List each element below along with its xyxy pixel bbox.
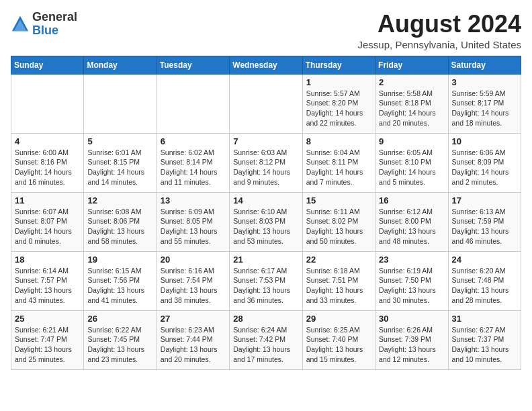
calendar-cell: 6Sunrise: 6:02 AMSunset: 8:14 PMDaylight… bbox=[157, 133, 229, 192]
day-number: 4 bbox=[15, 136, 80, 146]
day-info: Sunrise: 6:17 AMSunset: 7:53 PMDaylight:… bbox=[233, 266, 298, 306]
calendar-cell: 22Sunrise: 6:18 AMSunset: 7:51 PMDayligh… bbox=[302, 251, 375, 310]
logo: General Blue bbox=[11, 11, 77, 38]
col-header-friday: Friday bbox=[375, 56, 448, 74]
calendar-cell: 15Sunrise: 6:11 AMSunset: 8:02 PMDayligh… bbox=[302, 192, 375, 251]
calendar-cell: 13Sunrise: 6:09 AMSunset: 8:05 PMDayligh… bbox=[157, 192, 229, 251]
day-info: Sunrise: 6:20 AMSunset: 7:48 PMDaylight:… bbox=[452, 266, 517, 306]
col-header-saturday: Saturday bbox=[448, 56, 521, 74]
day-info: Sunrise: 6:01 AMSunset: 8:15 PMDaylight:… bbox=[87, 148, 152, 187]
day-info: Sunrise: 6:04 AMSunset: 8:11 PMDaylight:… bbox=[306, 148, 371, 187]
calendar-cell: 28Sunrise: 6:24 AMSunset: 7:42 PMDayligh… bbox=[230, 310, 302, 369]
day-number: 11 bbox=[15, 195, 80, 205]
day-number: 10 bbox=[452, 136, 517, 146]
calendar-cell: 27Sunrise: 6:23 AMSunset: 7:44 PMDayligh… bbox=[157, 310, 229, 369]
title-block: August 2024 Jessup, Pennsylvania, United… bbox=[358, 11, 521, 50]
calendar-cell: 24Sunrise: 6:20 AMSunset: 7:48 PMDayligh… bbox=[448, 251, 521, 310]
day-info: Sunrise: 6:06 AMSunset: 8:09 PMDaylight:… bbox=[452, 148, 517, 187]
calendar-cell: 14Sunrise: 6:10 AMSunset: 8:03 PMDayligh… bbox=[230, 192, 302, 251]
day-number: 19 bbox=[87, 255, 152, 265]
day-number: 7 bbox=[233, 136, 298, 146]
calendar-header-row: SundayMondayTuesdayWednesdayThursdayFrid… bbox=[11, 56, 521, 74]
day-info: Sunrise: 6:26 AMSunset: 7:39 PMDaylight:… bbox=[379, 325, 444, 365]
calendar-cell: 3Sunrise: 5:59 AMSunset: 8:17 PMDaylight… bbox=[448, 74, 521, 133]
calendar-cell bbox=[157, 74, 229, 133]
calendar-week-row: 1Sunrise: 5:57 AMSunset: 8:20 PMDaylight… bbox=[11, 74, 521, 133]
calendar-cell: 4Sunrise: 6:00 AMSunset: 8:16 PMDaylight… bbox=[11, 133, 84, 192]
calendar-cell: 9Sunrise: 6:05 AMSunset: 8:10 PMDaylight… bbox=[375, 133, 448, 192]
logo-general-text: General bbox=[32, 10, 77, 24]
day-info: Sunrise: 6:00 AMSunset: 8:16 PMDaylight:… bbox=[15, 148, 80, 187]
col-header-sunday: Sunday bbox=[11, 56, 84, 74]
day-number: 26 bbox=[87, 314, 152, 324]
calendar-cell: 23Sunrise: 6:19 AMSunset: 7:50 PMDayligh… bbox=[375, 251, 448, 310]
day-info: Sunrise: 5:58 AMSunset: 8:18 PMDaylight:… bbox=[379, 89, 444, 128]
calendar-cell bbox=[11, 74, 84, 133]
day-number: 16 bbox=[379, 195, 444, 205]
day-info: Sunrise: 6:12 AMSunset: 8:00 PMDaylight:… bbox=[379, 207, 444, 246]
day-info: Sunrise: 6:27 AMSunset: 7:37 PMDaylight:… bbox=[452, 325, 517, 365]
calendar-cell: 5Sunrise: 6:01 AMSunset: 8:15 PMDaylight… bbox=[84, 133, 157, 192]
day-info: Sunrise: 6:05 AMSunset: 8:10 PMDaylight:… bbox=[379, 148, 444, 187]
col-header-monday: Monday bbox=[84, 56, 157, 74]
calendar-cell: 8Sunrise: 6:04 AMSunset: 8:11 PMDaylight… bbox=[302, 133, 375, 192]
day-number: 25 bbox=[15, 314, 80, 324]
col-header-tuesday: Tuesday bbox=[157, 56, 229, 74]
page-header: General Blue August 2024 Jessup, Pennsyl… bbox=[11, 11, 521, 50]
calendar-cell: 11Sunrise: 6:07 AMSunset: 8:07 PMDayligh… bbox=[11, 192, 84, 251]
day-info: Sunrise: 6:19 AMSunset: 7:50 PMDaylight:… bbox=[379, 266, 444, 306]
day-number: 3 bbox=[452, 77, 517, 87]
location-text: Jessup, Pennsylvania, United States bbox=[358, 39, 521, 50]
calendar-cell: 12Sunrise: 6:08 AMSunset: 8:06 PMDayligh… bbox=[84, 192, 157, 251]
day-number: 5 bbox=[87, 136, 152, 146]
calendar-cell: 25Sunrise: 6:21 AMSunset: 7:47 PMDayligh… bbox=[11, 310, 84, 369]
day-info: Sunrise: 6:03 AMSunset: 8:12 PMDaylight:… bbox=[233, 148, 298, 187]
day-info: Sunrise: 6:10 AMSunset: 8:03 PMDaylight:… bbox=[233, 207, 298, 246]
day-number: 15 bbox=[306, 195, 371, 205]
day-number: 9 bbox=[379, 136, 444, 146]
day-number: 8 bbox=[306, 136, 371, 146]
day-info: Sunrise: 6:16 AMSunset: 7:54 PMDaylight:… bbox=[161, 266, 226, 306]
day-info: Sunrise: 6:11 AMSunset: 8:02 PMDaylight:… bbox=[306, 207, 371, 246]
day-info: Sunrise: 6:08 AMSunset: 8:06 PMDaylight:… bbox=[87, 207, 152, 246]
calendar-week-row: 11Sunrise: 6:07 AMSunset: 8:07 PMDayligh… bbox=[11, 192, 521, 251]
logo-icon bbox=[11, 15, 30, 34]
day-number: 29 bbox=[306, 314, 371, 324]
calendar-cell: 29Sunrise: 6:25 AMSunset: 7:40 PMDayligh… bbox=[302, 310, 375, 369]
calendar-cell: 7Sunrise: 6:03 AMSunset: 8:12 PMDaylight… bbox=[230, 133, 302, 192]
day-number: 2 bbox=[379, 77, 444, 87]
calendar-cell: 17Sunrise: 6:13 AMSunset: 7:59 PMDayligh… bbox=[448, 192, 521, 251]
month-year-title: August 2024 bbox=[358, 11, 521, 38]
day-number: 27 bbox=[161, 314, 226, 324]
calendar-cell bbox=[230, 74, 302, 133]
calendar-cell: 1Sunrise: 5:57 AMSunset: 8:20 PMDaylight… bbox=[302, 74, 375, 133]
day-info: Sunrise: 6:21 AMSunset: 7:47 PMDaylight:… bbox=[15, 325, 80, 365]
col-header-wednesday: Wednesday bbox=[230, 56, 302, 74]
day-info: Sunrise: 5:59 AMSunset: 8:17 PMDaylight:… bbox=[452, 89, 517, 128]
day-info: Sunrise: 6:23 AMSunset: 7:44 PMDaylight:… bbox=[161, 325, 226, 365]
day-info: Sunrise: 6:18 AMSunset: 7:51 PMDaylight:… bbox=[306, 266, 371, 306]
day-info: Sunrise: 6:22 AMSunset: 7:45 PMDaylight:… bbox=[87, 325, 152, 365]
day-number: 21 bbox=[233, 255, 298, 265]
day-number: 14 bbox=[233, 195, 298, 205]
calendar-week-row: 25Sunrise: 6:21 AMSunset: 7:47 PMDayligh… bbox=[11, 310, 521, 369]
calendar-week-row: 18Sunrise: 6:14 AMSunset: 7:57 PMDayligh… bbox=[11, 251, 521, 310]
day-info: Sunrise: 6:02 AMSunset: 8:14 PMDaylight:… bbox=[161, 148, 226, 187]
calendar-cell: 21Sunrise: 6:17 AMSunset: 7:53 PMDayligh… bbox=[230, 251, 302, 310]
day-number: 1 bbox=[306, 77, 371, 87]
calendar-cell: 26Sunrise: 6:22 AMSunset: 7:45 PMDayligh… bbox=[84, 310, 157, 369]
calendar-cell: 2Sunrise: 5:58 AMSunset: 8:18 PMDaylight… bbox=[375, 74, 448, 133]
calendar-cell: 10Sunrise: 6:06 AMSunset: 8:09 PMDayligh… bbox=[448, 133, 521, 192]
calendar-cell: 19Sunrise: 6:15 AMSunset: 7:56 PMDayligh… bbox=[84, 251, 157, 310]
logo-blue-text: Blue bbox=[32, 24, 58, 37]
day-info: Sunrise: 6:24 AMSunset: 7:42 PMDaylight:… bbox=[233, 325, 298, 365]
calendar-cell: 31Sunrise: 6:27 AMSunset: 7:37 PMDayligh… bbox=[448, 310, 521, 369]
day-number: 18 bbox=[15, 255, 80, 265]
day-info: Sunrise: 6:25 AMSunset: 7:40 PMDaylight:… bbox=[306, 325, 371, 365]
calendar-cell: 30Sunrise: 6:26 AMSunset: 7:39 PMDayligh… bbox=[375, 310, 448, 369]
day-number: 13 bbox=[161, 195, 226, 205]
day-info: Sunrise: 6:13 AMSunset: 7:59 PMDaylight:… bbox=[452, 207, 517, 246]
day-number: 17 bbox=[452, 195, 517, 205]
calendar-cell bbox=[84, 74, 157, 133]
calendar-table: SundayMondayTuesdayWednesdayThursdayFrid… bbox=[11, 56, 521, 370]
